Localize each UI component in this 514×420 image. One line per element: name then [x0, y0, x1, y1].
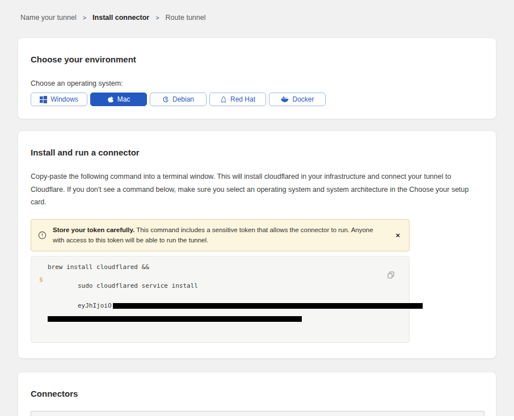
bottom-strip — [0, 416, 514, 420]
redacted-token-bar — [113, 303, 423, 309]
os-button-label: Debian — [172, 95, 194, 103]
code-line-2: $sudo cloudflared service install — [39, 276, 401, 296]
os-button-label: Docker — [292, 95, 314, 103]
environment-card-title: Choose your environment — [31, 54, 483, 64]
redacted-token-bar — [48, 316, 302, 322]
install-connector-card: Install and run a connector Copy-paste t… — [18, 131, 496, 359]
windows-icon — [40, 96, 47, 103]
os-select-label: Choose an operating system: — [31, 79, 483, 87]
os-button-redhat[interactable]: Red Hat — [209, 93, 266, 106]
info-circle-icon — [38, 231, 47, 240]
breadcrumb-separator: > — [83, 14, 86, 21]
connectors-card-title: Connectors — [31, 389, 483, 398]
redhat-penguin-icon — [220, 96, 227, 103]
os-button-label: Red Hat — [230, 95, 255, 103]
breadcrumb-route-tunnel[interactable]: Route tunnel — [166, 14, 206, 22]
close-icon[interactable]: × — [393, 232, 402, 239]
docker-whale-icon — [280, 96, 289, 103]
breadcrumb-install-connector[interactable]: Install connector — [92, 14, 149, 22]
os-button-label: Mac — [117, 95, 130, 103]
connectors-card: Connectors Connector ID Status Data cent… — [18, 372, 496, 420]
shell-prompt: $ — [39, 276, 43, 283]
token-warning-bold: Store your token carefully. — [53, 226, 134, 233]
copy-icon[interactable] — [387, 271, 394, 279]
token-warning-banner: Store your token carefully. This command… — [31, 219, 410, 252]
token-visible-prefix: eyJhIjoiO — [78, 302, 112, 309]
os-button-windows[interactable]: Windows — [31, 93, 87, 106]
breadcrumb-separator: > — [155, 14, 159, 21]
choose-environment-card: Choose your environment Choose an operat… — [18, 37, 496, 119]
install-card-description: Copy-paste the following command into a … — [31, 170, 481, 209]
code-line-token: eyJhIjoiO — [39, 296, 401, 335]
os-button-mac[interactable]: Mac — [90, 93, 147, 106]
install-command-codeblock: brew install cloudflared && $sudo cloudf… — [31, 256, 410, 343]
code-line-1: brew install cloudflared && — [39, 264, 401, 271]
token-warning-text: Store your token carefully. This command… — [53, 225, 376, 246]
breadcrumb: Name your tunnel > Install connector > R… — [0, 0, 514, 22]
os-button-docker[interactable]: Docker — [269, 93, 326, 106]
breadcrumb-name-your-tunnel[interactable]: Name your tunnel — [20, 14, 77, 22]
os-button-group: Windows Mac Debian Red Hat — [31, 93, 483, 106]
install-card-title: Install and run a connector — [31, 148, 483, 157]
os-button-label: Windows — [50, 95, 78, 103]
apple-icon — [107, 95, 114, 103]
os-button-debian[interactable]: Debian — [150, 93, 207, 106]
debian-icon — [162, 96, 169, 103]
